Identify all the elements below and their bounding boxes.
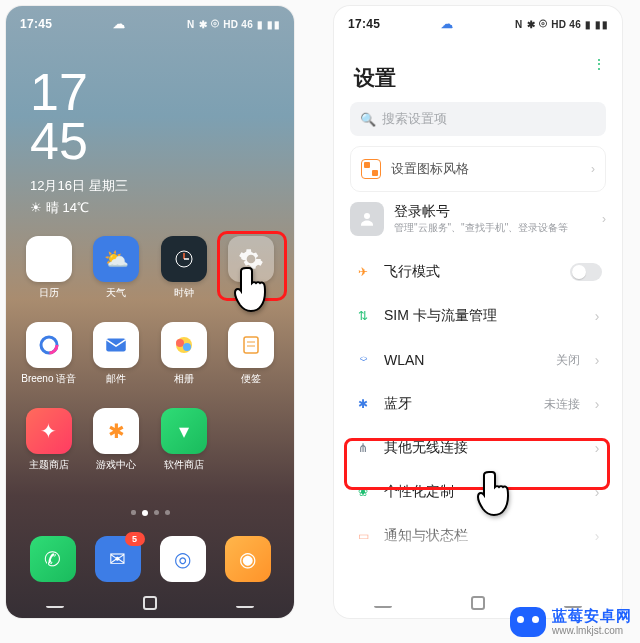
dock-camera[interactable]: ◉	[225, 536, 271, 582]
nav-back-icon[interactable]	[46, 596, 64, 608]
dock-phone[interactable]: ✆	[30, 536, 76, 582]
chevron-right-icon: ›	[602, 212, 606, 226]
status-bar: 17:45 ☁ N ✱ ⦾ HD 46 ▮ ▮▮	[6, 6, 294, 38]
row-other-wireless[interactable]: ⋔ 其他无线连接 ›	[334, 426, 622, 470]
volume-icon: ⦾	[211, 18, 219, 30]
wifi-icon: ⌔	[354, 351, 372, 369]
row-value: 关闭	[556, 352, 580, 369]
status-time: 17:45	[20, 17, 52, 31]
app-gallery[interactable]: 相册	[155, 322, 213, 386]
mascot-icon	[510, 607, 546, 637]
account-row[interactable]: 登录帐号 管理"云服务"、"查找手机"、登录设备等 ›	[350, 202, 606, 236]
phone-icon: ✆	[44, 547, 61, 571]
nfc-icon: N	[187, 19, 195, 30]
row-label: SIM 卡与流量管理	[384, 307, 580, 325]
palette-icon: ❀	[354, 483, 372, 501]
app-mail[interactable]: 邮件	[88, 322, 146, 386]
icon-style-card[interactable]: 设置图标风格 ›	[350, 146, 606, 192]
mail-icon	[93, 322, 139, 368]
nav-home-icon[interactable]	[471, 596, 485, 610]
sim-icon: ⇅	[354, 307, 372, 325]
calendar-day: 16	[37, 254, 61, 276]
app-label: 便签	[241, 372, 261, 386]
app-settings[interactable]: 设置	[223, 236, 281, 300]
home-date: 12月16日 星期三	[30, 177, 294, 195]
search-icon: 🔍	[360, 112, 376, 127]
row-label: 飞行模式	[384, 263, 558, 281]
row-label: WLAN	[384, 352, 544, 368]
status-right: N ✱ ⦾ HD 46 ▮ ▮▮	[187, 18, 280, 30]
home-weather: ☀ 晴 14℃	[30, 199, 294, 217]
app-games[interactable]: ✱ 游戏中心	[88, 408, 146, 472]
app-label: 主题商店	[29, 458, 69, 472]
watermark: 蓝莓安卓网 www.lmkjst.com	[510, 607, 632, 637]
battery-icon: ▮▮	[595, 19, 608, 30]
gallery-icon	[161, 322, 207, 368]
bt-icon: ✱	[527, 19, 535, 30]
row-personalize[interactable]: ❀ 个性化定制 ›	[334, 470, 622, 514]
app-clock[interactable]: 时钟	[155, 236, 213, 300]
chevron-right-icon: ›	[592, 440, 602, 456]
nav-bar	[6, 596, 294, 610]
status-cloud-icon: ☁	[441, 17, 453, 31]
notes-icon	[228, 322, 274, 368]
nav-back-icon[interactable]	[374, 596, 392, 608]
theme-icon: ✦	[26, 408, 72, 454]
page-title: 设置	[354, 64, 602, 92]
app-label: 时钟	[174, 286, 194, 300]
app-row-3: ✦ 主题商店 ✱ 游戏中心 ▾ 软件商店	[6, 408, 294, 472]
row-notifications[interactable]: ▭ 通知与状态栏 ›	[334, 514, 622, 558]
app-theme[interactable]: ✦ 主题商店	[20, 408, 78, 472]
calendar-icon: 星期三 16	[26, 236, 72, 282]
chevron-right-icon: ›	[592, 352, 602, 368]
dock-browser[interactable]: ◎	[160, 536, 206, 582]
app-calendar[interactable]: 星期三 16 日历	[20, 236, 78, 300]
weather-icon: ⛅	[93, 236, 139, 282]
avatar-icon	[350, 202, 384, 236]
account-sub: 管理"云服务"、"查找手机"、登录设备等	[394, 221, 568, 235]
app-label: 邮件	[106, 372, 126, 386]
watermark-url: www.lmkjst.com	[552, 625, 632, 636]
svg-rect-5	[107, 339, 127, 352]
dock: ✆ ✉ 5 ◎ ◉	[6, 536, 294, 582]
app-notes[interactable]: 便签	[223, 322, 281, 386]
notification-icon: ▭	[354, 527, 372, 545]
settings-icon	[228, 236, 274, 282]
nav-home-icon[interactable]	[143, 596, 157, 610]
dock-messages[interactable]: ✉ 5	[95, 536, 141, 582]
battery-icon: ▮▮	[267, 19, 280, 30]
row-bluetooth[interactable]: ✱ 蓝牙 未连接 ›	[334, 382, 622, 426]
row-sim[interactable]: ⇅ SIM 卡与流量管理 ›	[334, 294, 622, 338]
app-label: Breeno 语音	[21, 372, 76, 386]
app-store[interactable]: ▾ 软件商店	[155, 408, 213, 472]
row-label: 蓝牙	[384, 395, 532, 413]
row-label: 个性化定制	[384, 483, 580, 501]
app-row-2: Breeno 语音 邮件 相册 便签	[6, 322, 294, 386]
row-wlan[interactable]: ⌔ WLAN 关闭 ›	[334, 338, 622, 382]
phone-settings: 17:45 ☁ N ✱ ⦾ HD 46 ▮ ▮▮ ⋮ 设置 🔍 搜索设置项 设置…	[334, 6, 622, 618]
app-row-1: 星期三 16 日历 ⛅ 天气 时钟 设置	[6, 236, 294, 300]
network-label: HD 46	[551, 19, 581, 30]
row-airplane[interactable]: ✈ 飞行模式	[334, 250, 622, 294]
row-value: 未连接	[544, 396, 580, 413]
clock-icon	[161, 236, 207, 282]
app-label: 游戏中心	[96, 458, 136, 472]
bluetooth-icon: ✱	[354, 395, 372, 413]
chevron-right-icon: ›	[592, 484, 602, 500]
store-icon: ▾	[161, 408, 207, 454]
share-icon: ⋔	[354, 439, 372, 457]
reorder-icon[interactable]: ⋮	[592, 56, 606, 72]
airplane-toggle[interactable]	[570, 263, 602, 281]
search-placeholder: 搜索设置项	[382, 110, 447, 128]
app-label: 天气	[106, 286, 126, 300]
status-bar: 17:45 ☁ N ✱ ⦾ HD 46 ▮ ▮▮	[334, 6, 622, 38]
search-input[interactable]: 🔍 搜索设置项	[350, 102, 606, 136]
row-label: 其他无线连接	[384, 439, 580, 457]
messages-icon: ✉	[109, 547, 126, 571]
watermark-title: 蓝莓安卓网	[552, 608, 632, 625]
app-weather[interactable]: ⛅ 天气	[88, 236, 146, 300]
svg-point-7	[176, 339, 184, 347]
nav-recent-icon[interactable]	[236, 596, 254, 608]
app-breeno[interactable]: Breeno 语音	[20, 322, 78, 386]
volume-icon: ⦾	[539, 18, 547, 30]
